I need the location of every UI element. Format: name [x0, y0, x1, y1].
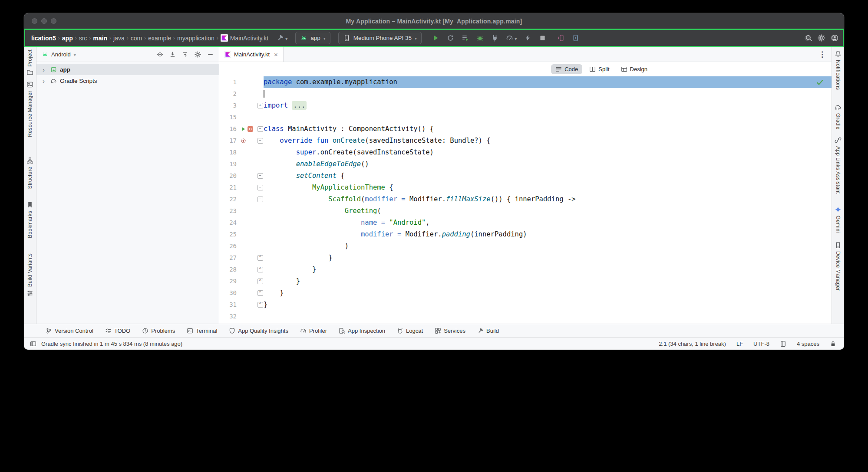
- line-number[interactable]: 28: [219, 264, 237, 275]
- search-everywhere-button[interactable]: [805, 35, 810, 41]
- code-text[interactable]: Scaffold(modifier = Modifier.fillMaxSize…: [264, 193, 832, 205]
- tool-window-button-services[interactable]: Services: [435, 328, 465, 334]
- indent-style[interactable]: 4 spaces: [797, 341, 819, 347]
- line-number[interactable]: 21: [219, 182, 237, 193]
- breadcrumb-mainactivity-kt[interactable]: MainActivity.kt: [219, 34, 270, 42]
- code-text[interactable]: setContent {: [264, 170, 832, 182]
- fold-marker-icon[interactable]: −: [257, 126, 263, 132]
- fold-marker-icon[interactable]: +: [257, 103, 263, 108]
- select-opened-file-button[interactable]: [157, 51, 163, 58]
- code-text[interactable]: enableEdgeToEdge(): [264, 158, 832, 170]
- fold-marker-icon[interactable]: −: [257, 185, 263, 190]
- line-number[interactable]: 18: [219, 147, 237, 158]
- compose-icon[interactable]: [248, 126, 253, 132]
- chevron-right-icon[interactable]: ›: [43, 66, 47, 73]
- line-number[interactable]: 2: [219, 88, 237, 100]
- close-window-button[interactable]: [32, 18, 37, 24]
- code-text[interactable]: }: [264, 252, 832, 264]
- line-separator[interactable]: LF: [736, 341, 743, 347]
- caret-position[interactable]: 2:1 (34 chars, 1 line break): [659, 341, 726, 347]
- breadcrumb-example[interactable]: example: [147, 35, 172, 42]
- code-text[interactable]: name = "Android",: [264, 217, 832, 229]
- rerun-button[interactable]: [447, 34, 454, 42]
- code-text[interactable]: class MainActivity : ComponentActivity()…: [264, 123, 832, 135]
- breadcrumb-src[interactable]: src: [78, 35, 89, 42]
- layout-toggle-icon[interactable]: [30, 341, 36, 347]
- line-number[interactable]: 19: [219, 158, 237, 170]
- tool-window-button-problems[interactable]: Problems: [142, 328, 175, 334]
- code-text[interactable]: [264, 311, 832, 322]
- run-tasks-button[interactable]: [462, 34, 469, 42]
- running-devices-button[interactable]: [572, 34, 579, 42]
- override-icon[interactable]: [241, 138, 246, 144]
- code-text[interactable]: }: [264, 299, 832, 311]
- project-view-selector[interactable]: Android: [51, 51, 71, 58]
- debug-button[interactable]: [476, 34, 484, 42]
- run-button[interactable]: [432, 34, 439, 42]
- line-number[interactable]: 1: [219, 76, 237, 88]
- fold-marker-icon[interactable]: −: [257, 173, 263, 179]
- view-mode-code[interactable]: Code: [551, 64, 582, 74]
- status-message[interactable]: Gradle sync finished in 1 m 45 s 834 ms …: [41, 341, 182, 347]
- build-menu-button[interactable]: [277, 34, 287, 42]
- device-mirroring-button[interactable]: [558, 34, 565, 42]
- stop-button[interactable]: [539, 34, 546, 42]
- inspections-passed-icon[interactable]: [816, 79, 824, 86]
- fold-marker-icon[interactable]: ^: [257, 279, 263, 284]
- tool-window-button-todo[interactable]: TODO: [105, 328, 130, 334]
- hide-panel-button[interactable]: [207, 51, 214, 58]
- fold-marker-icon[interactable]: ^: [257, 255, 263, 261]
- device-selector[interactable]: Medium Phone API 35: [338, 32, 422, 44]
- editor-tab-mainactivity[interactable]: MainActivity.kt: [219, 47, 284, 62]
- tool-stripe-notifications[interactable]: Notifications: [835, 50, 842, 90]
- tree-item-app[interactable]: ›app: [36, 64, 219, 75]
- chevron-down-icon[interactable]: [74, 50, 76, 58]
- tool-window-button-profiler[interactable]: Profiler: [300, 328, 327, 334]
- breadcrumb-java[interactable]: java: [112, 35, 126, 42]
- chevron-right-icon[interactable]: ›: [43, 77, 47, 85]
- code-text[interactable]: [264, 88, 832, 100]
- tool-stripe-build-variants[interactable]: Build Variants: [26, 253, 33, 296]
- fold-marker-icon[interactable]: ^: [257, 290, 263, 296]
- account-button[interactable]: [831, 35, 836, 41]
- breadcrumb-lication5[interactable]: lication5: [30, 35, 57, 42]
- code-editor[interactable]: 1package com.example.myapplication23+imp…: [219, 76, 832, 324]
- code-text[interactable]: MyApplicationTheme {: [264, 182, 832, 193]
- tool-stripe-gemini[interactable]: Gemini: [835, 206, 842, 233]
- code-text[interactable]: }: [264, 264, 832, 275]
- line-number[interactable]: 17: [219, 135, 237, 147]
- run-config-selector[interactable]: app: [295, 32, 330, 44]
- tab-options-menu[interactable]: [813, 50, 832, 59]
- collapse-all-button[interactable]: [182, 51, 188, 58]
- line-number[interactable]: 23: [219, 205, 237, 217]
- line-number[interactable]: 30: [219, 287, 237, 299]
- line-number[interactable]: 32: [219, 311, 237, 322]
- line-number[interactable]: 24: [219, 217, 237, 229]
- tool-window-button-terminal[interactable]: Terminal: [187, 328, 217, 334]
- expand-all-button[interactable]: [169, 51, 176, 58]
- code-text[interactable]: [264, 111, 832, 123]
- fold-marker-icon[interactable]: −: [257, 138, 263, 144]
- tree-item-gradle-scripts[interactable]: ›Gradle Scripts: [36, 75, 219, 86]
- tool-window-button-app-inspection[interactable]: App Inspection: [339, 328, 385, 334]
- write-access-lock[interactable]: [830, 341, 836, 347]
- tool-stripe-device-manager[interactable]: Device Manager: [835, 242, 842, 291]
- line-number[interactable]: 15: [219, 111, 237, 123]
- code-text[interactable]: package com.example.myapplication: [264, 76, 832, 88]
- tool-stripe-gradle[interactable]: Gradle: [835, 104, 842, 130]
- line-number[interactable]: 31: [219, 299, 237, 311]
- breadcrumb-main[interactable]: main: [92, 35, 109, 42]
- tool-window-button-logcat[interactable]: Logcat: [397, 328, 423, 334]
- file-encoding[interactable]: UTF-8: [753, 341, 769, 347]
- code-text[interactable]: import ...: [264, 100, 832, 111]
- code-text[interactable]: }: [264, 287, 832, 299]
- tool-stripe-structure[interactable]: Structure: [26, 157, 33, 189]
- breadcrumb-com[interactable]: com: [129, 35, 143, 42]
- line-number[interactable]: 26: [219, 240, 237, 252]
- line-number[interactable]: 20: [219, 170, 237, 182]
- run-gutter-icon[interactable]: [241, 126, 246, 132]
- tool-window-button-build[interactable]: Build: [477, 328, 499, 334]
- fold-marker-icon[interactable]: −: [257, 197, 263, 202]
- code-text[interactable]: super.onCreate(savedInstanceState): [264, 147, 832, 158]
- tool-stripe-resource-manager[interactable]: Resource Manager: [26, 81, 33, 137]
